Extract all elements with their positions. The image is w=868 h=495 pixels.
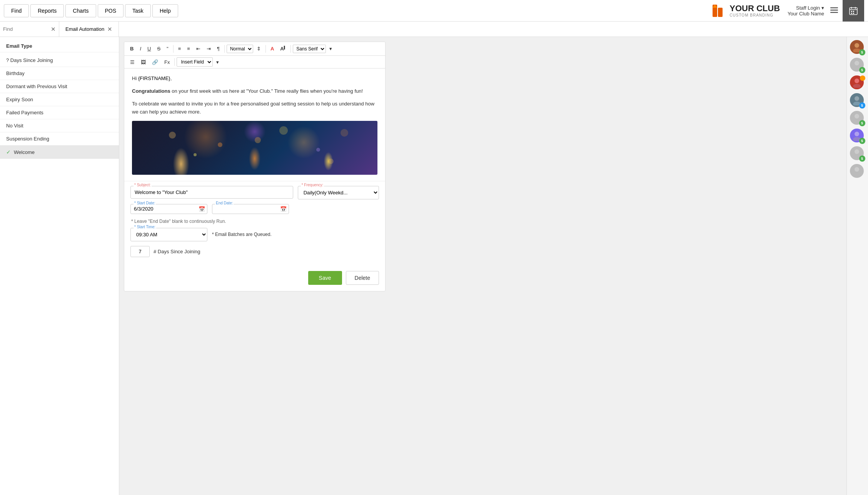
sidebar-item-welcome[interactable]: ✓ Welcome: [0, 145, 119, 159]
insert-field-select[interactable]: Insert Field: [177, 57, 213, 67]
svg-rect-4: [830, 10, 838, 11]
avatar-item-4[interactable]: $: [850, 93, 865, 109]
days-input[interactable]: [130, 246, 150, 257]
start-date-label: * Start Date:: [134, 201, 156, 205]
save-button[interactable]: Save: [308, 271, 342, 285]
start-time-select[interactable]: 09:30 AM: [130, 228, 207, 241]
main-layout: Email Type ? Days Since Joining Birthday…: [0, 37, 868, 495]
sidebar-item-failed-payments[interactable]: Failed Payments: [0, 106, 119, 119]
congrats-bold: Congratulations: [132, 88, 170, 94]
svg-point-22: [855, 114, 859, 119]
blockquote-button[interactable]: ": [164, 44, 171, 53]
dollar-badge-1: $: [859, 49, 865, 55]
sidebar-item-no-visit[interactable]: No Visit: [0, 119, 119, 132]
delete-button[interactable]: Delete: [346, 271, 379, 285]
unordered-list-button[interactable]: ≡: [184, 44, 193, 53]
find-close-button[interactable]: ✕: [51, 26, 56, 33]
sidebar-label: Failed Payments: [6, 110, 43, 115]
link-button[interactable]: 🔗: [149, 58, 161, 67]
highlight-button[interactable]: A▌: [277, 44, 289, 53]
editor-content[interactable]: Hi {FIRSTNAME}, Congratulations on your …: [124, 69, 385, 181]
start-date-input[interactable]: [134, 206, 199, 212]
image-button[interactable]: 🖼: [138, 58, 149, 67]
hamburger-button[interactable]: [829, 5, 840, 17]
svg-rect-13: [853, 13, 854, 14]
sidebar-item-dormant[interactable]: Dormant with Previous Visit: [0, 80, 119, 93]
insert-field-expand-button[interactable]: ▾: [214, 58, 222, 67]
font-expand-button[interactable]: ▾: [327, 44, 335, 53]
subject-label: * Subject:: [134, 183, 152, 187]
sidebar-label: Expiry Soon: [6, 97, 33, 102]
subject-input[interactable]: [130, 186, 293, 199]
sidebar-label: ? Days Since Joining: [6, 57, 53, 63]
tabs-row: ✕ Email Automation ✕: [0, 22, 868, 37]
sidebar-item-expiry-soon[interactable]: Expiry Soon: [0, 93, 119, 106]
format-expand-button[interactable]: ⇕: [254, 44, 264, 53]
align-left-button[interactable]: ☰: [127, 58, 137, 67]
email-automation-tab[interactable]: Email Automation ✕: [59, 22, 119, 37]
brand-sub: CUSTOM BRANDING: [729, 13, 780, 17]
dollar-badge-2: $: [859, 67, 865, 73]
brand-logo-icon: [709, 2, 726, 19]
pos-nav-button[interactable]: POS: [98, 4, 124, 17]
calendar-button[interactable]: [843, 0, 864, 22]
avatar-item-1[interactable]: $: [850, 40, 865, 55]
svg-point-24: [855, 132, 859, 136]
strikethrough-button[interactable]: S: [154, 44, 163, 53]
subject-frequency-row: * Subject: * Frequency: Daily(Only Weekd…: [130, 186, 379, 199]
svg-rect-12: [851, 13, 852, 14]
avatar-item-5[interactable]: $: [850, 111, 865, 126]
frequency-label: * Frequency:: [301, 183, 324, 187]
svg-point-29: [853, 172, 861, 176]
avatar-item-8[interactable]: [850, 164, 865, 179]
svg-point-18: [855, 79, 859, 83]
clear-format-button[interactable]: Fx: [162, 58, 172, 67]
end-date-calendar-button[interactable]: 📅: [280, 206, 287, 212]
staff-login[interactable]: Staff Login ▾: [796, 5, 824, 11]
task-nav-button[interactable]: Task: [125, 4, 151, 17]
italic-button[interactable]: I: [137, 44, 144, 53]
rtl-button[interactable]: ¶: [214, 44, 222, 53]
email-tab-close-button[interactable]: ✕: [107, 26, 112, 33]
date-row: * Start Date: 📅 End Date: 📅: [130, 204, 379, 214]
brand-text: YOUR CLUB CUSTOM BRANDING: [729, 4, 780, 17]
frequency-select[interactable]: Daily(Only Weekd...: [298, 186, 379, 199]
sidebar-header: Email Type: [0, 40, 119, 52]
underline-button[interactable]: U: [145, 44, 154, 53]
svg-point-20: [855, 96, 859, 101]
ordered-list-button[interactable]: ≡: [175, 44, 184, 53]
start-date-calendar-button[interactable]: 📅: [199, 206, 205, 212]
svg-point-19: [853, 84, 861, 88]
staff-area: Staff Login ▾ Your Club Name: [788, 5, 824, 17]
sidebar-item-suspension-ending[interactable]: Suspension Ending: [0, 132, 119, 145]
svg-rect-5: [830, 12, 838, 13]
sidebar-item-birthday[interactable]: Birthday: [0, 67, 119, 80]
help-nav-button[interactable]: Help: [152, 4, 178, 17]
format-select[interactable]: Normal: [227, 45, 253, 53]
outdent-button[interactable]: ⇤: [194, 44, 203, 53]
right-sidebar: $ $: [846, 37, 868, 495]
indent-button[interactable]: ⇥: [204, 44, 214, 53]
toolbar-separator4: [290, 45, 291, 53]
reports-nav-button[interactable]: Reports: [30, 4, 64, 17]
avatar-item-2[interactable]: $: [850, 58, 865, 73]
sidebar-item-days-since-joining[interactable]: ? Days Since Joining: [0, 54, 119, 67]
start-time-row: * Start Time: 09:30 AM * Email Batches a…: [130, 228, 379, 241]
font-family-select[interactable]: Sans Serif: [293, 45, 326, 53]
end-date-input[interactable]: [215, 206, 280, 212]
frequency-field-group: * Frequency: Daily(Only Weekd...: [298, 186, 379, 199]
avatar-item-3[interactable]: [850, 75, 865, 91]
avatar-item-7[interactable]: $: [850, 146, 865, 162]
svg-rect-10: [851, 11, 852, 12]
find-nav-button[interactable]: Find: [4, 4, 29, 17]
font-color-button[interactable]: A: [268, 44, 277, 53]
charts-nav-button[interactable]: Charts: [65, 4, 96, 17]
leave-blank-note: * Leave "End Date" blank to continuously…: [130, 219, 379, 224]
calendar-icon: [849, 6, 858, 15]
bold-button[interactable]: B: [127, 44, 136, 53]
toolbar-row2: ☰ 🖼 🔗 Fx Insert Field ▾: [124, 56, 385, 69]
fireworks-overlay: [132, 121, 377, 175]
avatar-item-6[interactable]: $: [850, 129, 865, 144]
find-input[interactable]: [3, 26, 49, 32]
svg-rect-1: [718, 8, 723, 17]
